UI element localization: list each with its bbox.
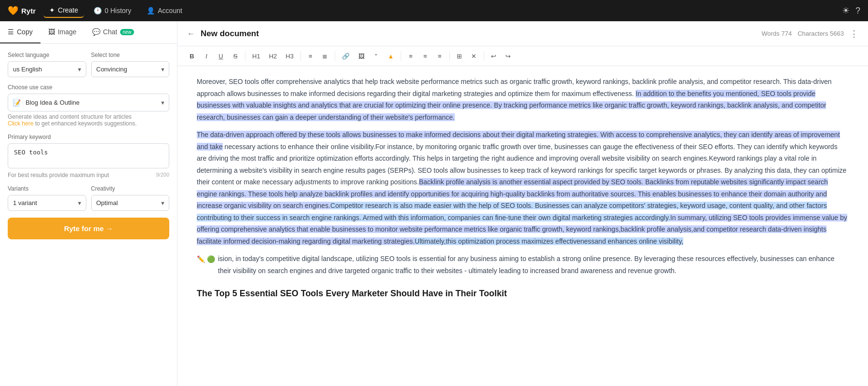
creativity-label: Creativity — [91, 185, 170, 192]
variants-select[interactable]: 1 variant 2 variants 3 variants — [8, 195, 86, 211]
tab-copy[interactable]: ☰ Copy — [0, 21, 41, 43]
ai-sparkle-icon: 🟢 — [207, 254, 215, 265]
tone-label: Select tone — [91, 52, 170, 58]
enhanced-keywords-link[interactable]: Click here — [8, 120, 33, 127]
use-case-type-icon: 📝 — [13, 99, 21, 107]
tab-copy-label: Copy — [17, 28, 33, 36]
use-case-section: Choose use case 📝 Blog Idea & Outline Bl… — [8, 84, 169, 127]
tab-image-label: Image — [58, 28, 77, 36]
ordered-list-button[interactable]: ≣ — [318, 49, 332, 63]
document-title: New document — [201, 29, 259, 39]
nav-create-label: Create — [58, 6, 78, 14]
clear-format-button[interactable]: ✕ — [467, 49, 481, 63]
toolbar-separator-4 — [401, 51, 401, 61]
chat-badge: new — [120, 29, 134, 35]
language-select[interactable]: us English UK English Spanish French — [8, 61, 86, 77]
back-button[interactable]: ← — [187, 29, 195, 38]
bold-button[interactable]: B — [185, 49, 199, 63]
theme-toggle-icon[interactable]: ☀ — [842, 5, 850, 16]
nav-history[interactable]: 🕐 0 History — [88, 4, 137, 17]
keyword-label: Primary keyword — [8, 134, 169, 140]
highlighted-block-1: In addition to the benefits you mentione… — [197, 90, 826, 121]
creativity-select-wrapper: Optimal Low High Max ▼ — [91, 195, 170, 211]
underline-button[interactable]: U — [214, 49, 228, 63]
keyword-input[interactable]: SEO tools — [8, 143, 169, 168]
ai-paragraph-line: ✏️ 🟢 ision, in today's competitive digit… — [197, 253, 849, 276]
highlighted-block-2: The data-driven approach offered by thes… — [197, 131, 840, 151]
use-case-select[interactable]: Blog Idea & Outline Blog Section Product… — [8, 94, 169, 111]
tab-chat-label: Chat — [103, 28, 118, 36]
highlighted-block-6: Ultimately,this optimization process max… — [415, 237, 683, 245]
language-label: Select language — [8, 52, 86, 58]
char-count-display: Characters 5663 — [798, 30, 844, 37]
bullet-list-button[interactable]: ≡ — [304, 49, 317, 63]
editor-area: ← New document Words 774 Characters 5663… — [177, 21, 868, 386]
nav-account-label: Account — [158, 7, 182, 14]
create-icon: ✦ — [49, 6, 55, 14]
align-left-button[interactable]: ≡ — [404, 49, 418, 63]
table-button[interactable]: ⊞ — [453, 49, 466, 63]
keyword-hint: For best results provide maximum input — [8, 172, 109, 179]
italic-button[interactable]: I — [200, 49, 213, 63]
variants-select-wrapper: 1 variant 2 variants 3 variants ▼ — [8, 195, 86, 211]
use-case-label: Choose use case — [8, 84, 169, 91]
word-count: Words 774 — [761, 30, 792, 37]
paragraph-3: ision, in today's competitive digital la… — [218, 253, 849, 276]
tone-section: Select tone Convincing Casual Profession… — [91, 52, 170, 77]
h3-button[interactable]: H3 — [282, 49, 298, 63]
align-right-button[interactable]: ≡ — [433, 49, 447, 63]
sidebar-content: Select language us English UK English Sp… — [0, 44, 177, 247]
language-select-wrapper: us English UK English Spanish French ▼ — [8, 61, 86, 77]
sidebar-tabs: ☰ Copy 🖼 Image 💬 Chat new — [0, 21, 177, 44]
logo: 🧡 Rytr — [8, 5, 36, 16]
editor-toolbar: B I U S H1 H2 H3 ≡ ≣ 🔗 🖼 " ▲ ≡ ≡ ≡ ⊞ ✕ ↩… — [177, 46, 868, 66]
editor-header: ← New document Words 774 Characters 5663… — [177, 21, 868, 46]
main-layout: ☰ Copy 🖼 Image 💬 Chat new Select languag… — [0, 21, 868, 386]
more-options-button[interactable]: ⋮ — [850, 28, 858, 39]
keyword-char-count: 9/200 — [156, 172, 169, 178]
strikethrough-button[interactable]: S — [229, 49, 242, 63]
use-case-description: Generate ideas and content structure for… — [8, 113, 169, 127]
link-button[interactable]: 🔗 — [338, 49, 353, 63]
ai-icons: ✏️ 🟢 — [197, 254, 215, 265]
sidebar: ☰ Copy 🖼 Image 💬 Chat new Select languag… — [0, 21, 177, 386]
logo-text: Rytr — [21, 7, 36, 15]
tone-select[interactable]: Convincing Casual Professional Humorous — [91, 61, 170, 77]
toolbar-separator-1 — [245, 51, 245, 61]
paragraph-1: Moreover, SEO tools offer comprehensive … — [197, 76, 849, 123]
tab-image[interactable]: 🖼 Image — [41, 21, 84, 43]
section-heading: The Top 5 Essential SEO Tools Every Mark… — [197, 286, 849, 301]
help-icon[interactable]: ? — [855, 6, 860, 16]
align-center-button[interactable]: ≡ — [419, 49, 432, 63]
keyword-section: Primary keyword SEO tools For best resul… — [8, 134, 169, 179]
toolbar-separator-6 — [484, 51, 484, 61]
nav-history-label: 0 History — [105, 7, 131, 14]
redo-button[interactable]: ↪ — [502, 49, 515, 63]
creativity-select[interactable]: Optimal Low High Max — [91, 195, 170, 211]
variants-creativity-row: Variants 1 variant 2 variants 3 variants… — [8, 185, 169, 211]
editor-header-right: Words 774 Characters 5663 ⋮ — [761, 28, 858, 39]
nav-create[interactable]: ✦ Create — [43, 3, 84, 18]
tab-chat[interactable]: 💬 Chat new — [84, 21, 142, 43]
account-icon: 👤 — [147, 7, 155, 14]
language-section: Select language us English UK English Sp… — [8, 52, 86, 77]
image-button[interactable]: 🖼 — [354, 49, 368, 63]
image-tab-icon: 🖼 — [48, 28, 55, 36]
h2-button[interactable]: H2 — [265, 49, 281, 63]
editor-content[interactable]: Moreover, SEO tools offer comprehensive … — [177, 66, 868, 386]
creativity-section: Creativity Optimal Low High Max ▼ — [91, 185, 170, 211]
language-tone-row: Select language us English UK English Sp… — [8, 52, 169, 77]
highlight-button[interactable]: ▲ — [384, 49, 398, 63]
top-navigation: 🧡 Rytr ✦ Create 🕐 0 History 👤 Account ☀ … — [0, 0, 868, 21]
history-icon: 🕐 — [94, 7, 102, 14]
nav-account[interactable]: 👤 Account — [141, 4, 188, 17]
keywords-link-suffix: to get enhanced keywords suggestions. — [35, 120, 137, 127]
use-case-select-wrapper: 📝 Blog Idea & Outline Blog Section Produ… — [8, 94, 169, 111]
quote-button[interactable]: " — [369, 49, 383, 63]
ryte-button[interactable]: Ryte for me → — [8, 218, 169, 239]
toolbar-separator-5 — [449, 51, 450, 61]
toolbar-separator-3 — [335, 51, 335, 61]
undo-button[interactable]: ↩ — [487, 49, 501, 63]
h1-button[interactable]: H1 — [248, 49, 264, 63]
variants-label: Variants — [8, 185, 86, 192]
